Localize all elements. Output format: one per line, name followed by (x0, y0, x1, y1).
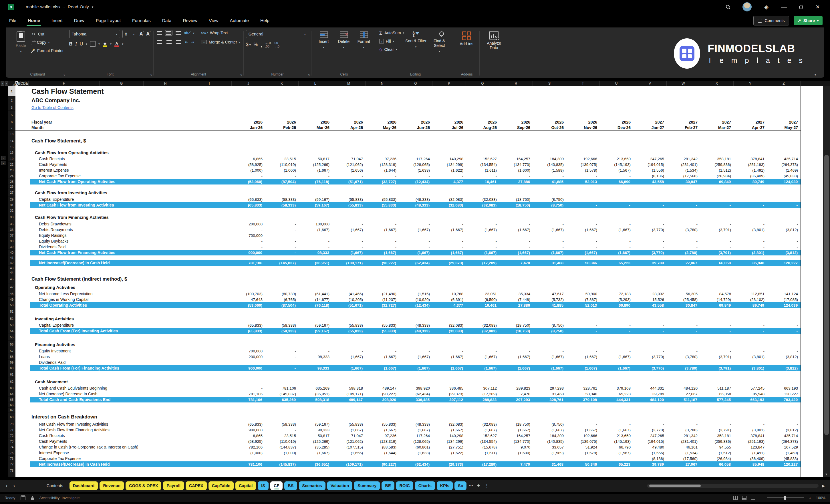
cell[interactable]: 378,841 (734, 156, 767, 162)
cell[interactable]: (11,237) (366, 296, 399, 302)
cell[interactable]: 47,617 (533, 291, 567, 296)
cell[interactable]: (26,984) (700, 456, 734, 461)
sheet-tab-summary[interactable]: Summary (354, 481, 380, 490)
cell[interactable]: - (700, 221, 734, 227)
cell[interactable]: - (667, 196, 700, 202)
cell[interactable]: - (265, 238, 299, 244)
cell[interactable]: - (500, 238, 533, 244)
cell[interactable]: 2027 (734, 119, 767, 125)
cell[interactable]: 781,106 (232, 397, 265, 403)
column-header-P[interactable]: P (433, 81, 466, 86)
cell[interactable]: (1,667) (499, 250, 533, 255)
cell[interactable]: (55,833) (332, 421, 366, 427)
cell[interactable]: (65,833) (232, 322, 265, 328)
cell[interactable]: (48,333) (399, 322, 433, 328)
cell[interactable]: 51,924 (567, 444, 600, 450)
cell[interactable]: (65,833) (232, 202, 265, 208)
cell[interactable]: (1,556) (634, 450, 667, 456)
cell[interactable]: 85,948 (734, 391, 767, 397)
cell[interactable]: - (533, 238, 567, 244)
row-number[interactable]: 45 (8, 275, 15, 283)
row-number[interactable]: 25 (8, 179, 15, 185)
cell[interactable]: (32,083) (433, 328, 466, 334)
cell[interactable]: (1,667) (433, 365, 466, 371)
cell[interactable]: 28,032 (634, 291, 667, 296)
cell[interactable]: 2026 (600, 119, 634, 125)
cell[interactable]: 39,789 (633, 260, 667, 266)
clipboard-dialog-launcher[interactable]: ↘ (63, 73, 65, 76)
cell[interactable]: 192,666 (567, 156, 600, 162)
cell[interactable]: - (634, 322, 667, 328)
cell[interactable]: 15,526 (634, 296, 667, 302)
sheet-tab-cogs-opex[interactable]: COGS & OPEX (126, 481, 162, 490)
cell[interactable]: - (533, 359, 567, 365)
cell[interactable]: (128,319) (366, 162, 399, 167)
restore-button[interactable] (799, 5, 803, 9)
increase-decimal-button[interactable]: ←.0.00 (265, 41, 271, 48)
cell[interactable]: - (433, 238, 466, 244)
column-header-F[interactable]: F (29, 81, 99, 86)
cell[interactable]: 700,000 (232, 232, 265, 238)
cell[interactable]: 10,768 (433, 291, 466, 296)
column-header-X[interactable]: X (700, 81, 734, 86)
row-number[interactable]: 72 (8, 433, 15, 439)
cell[interactable]: (18,750) (500, 196, 533, 202)
cell[interactable]: 27,067 (667, 260, 700, 266)
cell[interactable]: (1,667) (332, 250, 365, 255)
clear-button[interactable]: ◇Clear▾ (379, 46, 404, 53)
cell[interactable]: - (466, 348, 500, 354)
cell[interactable]: (259,836) (700, 162, 734, 167)
cell[interactable]: - (567, 456, 600, 461)
cell[interactable]: 167,529 (767, 444, 801, 450)
cell[interactable]: (17,289) (466, 391, 500, 397)
cell[interactable]: (3,791) (700, 227, 734, 232)
currency-button[interactable]: $▾ (246, 42, 251, 47)
cell[interactable]: (3,812) (767, 227, 801, 232)
cell[interactable]: - (232, 238, 265, 244)
cell[interactable]: 307,112 (466, 385, 500, 391)
align-middle-button[interactable] (165, 30, 172, 36)
cell[interactable]: 50,817 (299, 156, 332, 162)
cell[interactable]: (3,780) (667, 354, 700, 359)
cell[interactable]: - (232, 456, 265, 461)
cell[interactable]: - (265, 365, 298, 371)
cell[interactable]: 23,515 (265, 433, 299, 439)
alignment-dialog-launcher[interactable]: ↘ (240, 73, 242, 76)
cell[interactable]: 69,849 (700, 302, 734, 308)
cell[interactable]: 27,067 (667, 391, 700, 397)
column-header-I[interactable]: I (187, 81, 232, 86)
cell[interactable]: 152,627 (466, 433, 500, 439)
cell[interactable]: 30,847 (667, 302, 700, 308)
cell[interactable]: 100,000 (299, 221, 332, 227)
cell[interactable]: (5,732) (533, 296, 567, 302)
cell[interactable]: (8,136) (634, 173, 667, 179)
cell[interactable]: (8,750) (533, 322, 567, 328)
row-number[interactable]: 22 (8, 162, 15, 167)
cell[interactable]: - (265, 173, 299, 179)
column-header-O[interactable]: O (399, 81, 433, 86)
cell[interactable]: (62,434) (399, 391, 433, 397)
cell[interactable]: - (299, 359, 332, 365)
cell[interactable]: (1,589) (533, 167, 567, 173)
column-header-D[interactable]: D (23, 81, 26, 86)
cell[interactable]: 200,000 (232, 221, 265, 227)
cell[interactable]: (1,000) (265, 167, 299, 173)
cell[interactable]: - (600, 348, 634, 354)
cell[interactable]: 31,468 (533, 461, 566, 467)
page-break-view-icon[interactable] (751, 496, 755, 500)
cell[interactable]: (1,469) (767, 167, 801, 173)
cell[interactable]: (140,835) (533, 162, 567, 167)
cell[interactable]: (32,083) (466, 328, 499, 334)
cell[interactable]: (1,534) (667, 167, 700, 173)
cell[interactable]: - (500, 456, 533, 461)
sheet-tab-kpis[interactable]: KPIs (437, 481, 453, 490)
cell[interactable]: 117,264 (399, 156, 433, 162)
cell[interactable]: 577,245 (700, 397, 734, 403)
cell[interactable]: Apr-27 (734, 125, 767, 130)
cell[interactable]: (18,750) (499, 202, 533, 208)
cell[interactable]: - (767, 221, 801, 227)
cell[interactable]: 69,849 (700, 179, 734, 185)
cell[interactable]: (3,791) (700, 365, 734, 371)
cell[interactable]: (1,667) (365, 365, 399, 371)
row-number[interactable]: 53 (8, 322, 15, 328)
